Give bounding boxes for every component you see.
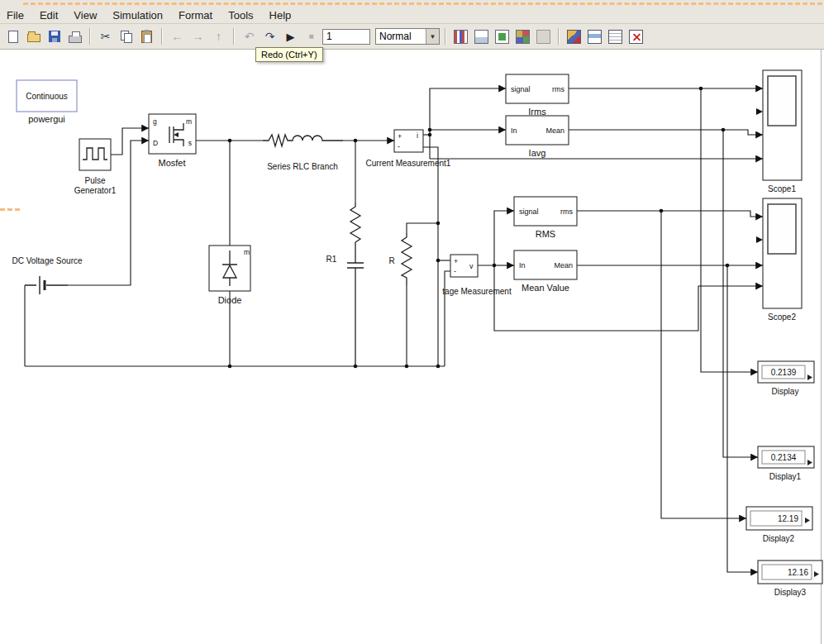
- scope2-screen: [768, 204, 796, 254]
- block-series-rlc[interactable]: Series RLC Branch: [263, 135, 343, 171]
- menu-simulation[interactable]: Simulation: [111, 8, 164, 22]
- block-irms[interactable]: signal rms Irms: [506, 74, 569, 117]
- wire-i-to-irms[interactable]: [430, 88, 506, 159]
- model-canvas[interactable]: Continuous powergui Pulse Generator1 g m…: [0, 50, 824, 644]
- wire-iavg-to-display1[interactable]: [723, 130, 758, 457]
- library-link-button[interactable]: [513, 27, 532, 46]
- model-browser-button[interactable]: [472, 27, 491, 46]
- start-simulation-button[interactable]: ▶: [281, 27, 300, 46]
- rms-port-in: signal: [519, 208, 539, 216]
- wire-r-top[interactable]: [407, 223, 438, 233]
- display-label: Display: [772, 387, 799, 396]
- block-display2[interactable]: 12.19 Display2: [746, 507, 812, 543]
- save-button[interactable]: [45, 27, 64, 46]
- build-button[interactable]: [451, 27, 470, 46]
- block-rms[interactable]: signal rms RMS: [514, 197, 577, 239]
- undo-icon: ↶: [245, 31, 255, 42]
- back-button[interactable]: ←: [168, 27, 187, 46]
- undo-button[interactable]: ↶: [240, 27, 259, 46]
- junction-dot: [436, 259, 441, 263]
- menu-view[interactable]: View: [72, 8, 98, 22]
- block-dc-voltage-source[interactable]: DC Voltage Source: [12, 256, 82, 294]
- block-mean-value[interactable]: In Mean Mean Value: [514, 250, 577, 293]
- menu-tools[interactable]: Tools: [226, 8, 255, 22]
- update-diagram-button[interactable]: [493, 27, 512, 46]
- menu-format[interactable]: Format: [177, 8, 214, 22]
- back-arrow-icon: ←: [172, 31, 183, 42]
- copy-button[interactable]: [117, 27, 136, 46]
- wire-cm-to-load[interactable]: [423, 147, 438, 366]
- scope2-label: Scope2: [768, 312, 796, 322]
- mosfet-port-d: D: [153, 139, 158, 147]
- mosfet-port-m: m: [186, 117, 192, 126]
- menubar: File Edit View Simulation Format Tools H…: [5, 7, 293, 23]
- copy-icon: [121, 31, 132, 42]
- paste-button[interactable]: [137, 27, 156, 46]
- block-iavg[interactable]: In Mean Iavg: [506, 116, 569, 158]
- block-scope1[interactable]: Scope1: [756, 70, 802, 193]
- iavg-port-in: In: [511, 126, 517, 135]
- mean-value-port-out: Mean: [554, 261, 573, 270]
- block-mosfet[interactable]: g m D s Mosfet: [149, 114, 196, 168]
- record-button[interactable]: [626, 27, 645, 46]
- r-resistor-symbol: [402, 233, 412, 285]
- redo-icon: ↷: [265, 31, 275, 42]
- block-scope2[interactable]: Scope2: [756, 198, 802, 322]
- data-table-button[interactable]: [606, 27, 625, 46]
- block-display[interactable]: 0.2139 Display: [758, 361, 814, 396]
- simulation-mode-select[interactable]: Normal ▼: [375, 28, 440, 45]
- irms-label: Irms: [528, 107, 546, 117]
- junction-dot: [354, 139, 358, 143]
- dc-source-label: DC Voltage Source: [12, 256, 82, 265]
- model-explorer-icon: [588, 30, 602, 44]
- block-pulse-generator[interactable]: Pulse Generator1: [74, 139, 117, 195]
- wire-rms-to-scope2[interactable]: [577, 211, 763, 217]
- junction-dot: [428, 128, 432, 132]
- window-chrome: File Edit View Simulation Format Tools H…: [0, 0, 824, 50]
- up-button[interactable]: ↑: [209, 27, 228, 46]
- current-measurement-out: i: [417, 131, 418, 140]
- library-browser-button[interactable]: [564, 27, 583, 46]
- block-powergui[interactable]: Continuous powergui: [17, 80, 77, 124]
- menu-file[interactable]: File: [5, 8, 26, 22]
- block-diode[interactable]: m Diode: [209, 246, 250, 305]
- print-button[interactable]: [65, 27, 84, 46]
- new-document-icon: [8, 31, 18, 43]
- menu-help[interactable]: Help: [268, 8, 293, 22]
- new-document-button[interactable]: [3, 27, 22, 46]
- block-display1[interactable]: 0.2134 Display1: [758, 446, 814, 481]
- voltage-measurement-label: tage Measurement: [442, 287, 512, 296]
- model-explorer-button[interactable]: [585, 27, 604, 46]
- wire-irms-to-display[interactable]: [701, 88, 758, 372]
- display-value: 0.2139: [771, 368, 797, 377]
- debug-icon: [536, 30, 550, 44]
- wire-vm-minus[interactable]: [445, 271, 450, 366]
- toolbar-separator: [558, 28, 560, 45]
- forward-button[interactable]: →: [188, 27, 207, 46]
- block-r1[interactable]: R1: [326, 203, 364, 366]
- junction-dot: [660, 209, 664, 213]
- junction-dot: [436, 365, 441, 369]
- pulse-generator-label-2: Generator1: [74, 186, 117, 195]
- voltage-measurement-plus: +: [454, 257, 458, 265]
- block-display3[interactable]: 12.16 Display3: [758, 561, 822, 597]
- iavg-label: Iavg: [529, 148, 546, 158]
- wire-iavg-to-scope1[interactable]: [569, 130, 763, 135]
- iavg-port-out: Mean: [545, 126, 564, 135]
- wire-pulse-to-gate[interactable]: [111, 128, 149, 155]
- menu-edit[interactable]: Edit: [38, 8, 60, 22]
- open-model-button[interactable]: [24, 27, 43, 46]
- pulse-generator-body[interactable]: [79, 139, 111, 170]
- mosfet-port-g: g: [153, 117, 157, 126]
- wire-v-to-rms[interactable]: [478, 211, 514, 265]
- redo-button[interactable]: ↷: [260, 27, 279, 46]
- cut-button[interactable]: ✂: [96, 27, 115, 46]
- block-voltage-measurement[interactable]: + - v tage Measurement: [442, 255, 512, 296]
- block-r[interactable]: R: [388, 233, 412, 366]
- model-browser-icon: [474, 30, 488, 44]
- stop-simulation-button[interactable]: ■: [302, 27, 321, 46]
- chevron-down-icon[interactable]: ▼: [426, 29, 439, 44]
- simulation-time-input[interactable]: [322, 29, 370, 45]
- debug-button[interactable]: [534, 27, 553, 46]
- wire-rms-to-display2[interactable]: [661, 211, 746, 518]
